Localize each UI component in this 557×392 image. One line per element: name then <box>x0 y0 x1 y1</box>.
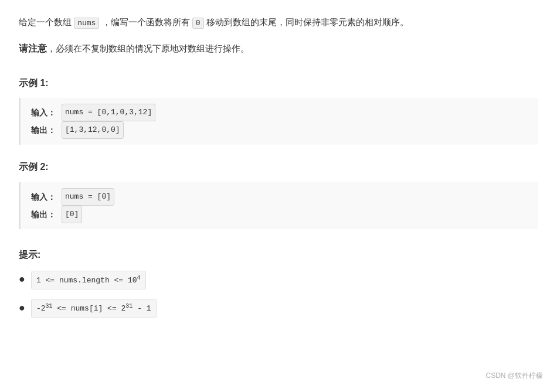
example2-input-code: nums = [0] <box>62 188 114 206</box>
intro-code-zero: 0 <box>192 18 204 29</box>
intro-text-before: 给定一个数组 <box>19 17 74 27</box>
note-paragraph: 请注意，必须在不复制数组的情况下原地对数组进行操作。 <box>19 40 538 57</box>
example2-input-row: 输入： nums = [0] <box>31 188 528 206</box>
note-rest-text: ，必须在不复制数组的情况下原地对数组进行操作。 <box>47 43 249 53</box>
example1-output-row: 输出： [1,3,12,0,0] <box>31 121 528 139</box>
intro-text-middle: ，编写一个函数将所有 <box>99 17 192 27</box>
example1-input-label: 输入： <box>31 104 58 121</box>
example2-input-label: 输入： <box>31 189 58 205</box>
hint-content-1: 1 <= nums.length <= 104 <box>31 271 146 289</box>
hint-item-2: ● -231 <= nums[i] <= 231 - 1 <box>19 299 538 318</box>
hint-item-1: ● 1 <= nums.length <= 104 <box>19 271 538 289</box>
example1-input-row: 输入： nums = [0,1,0,3,12] <box>31 104 528 121</box>
example1-input-code: nums = [0,1,0,3,12] <box>62 104 155 121</box>
example1-title: 示例 1: <box>19 75 538 91</box>
example1-output-label: 输出： <box>31 122 58 138</box>
intro-paragraph: 给定一个数组 nums ，编写一个函数将所有 0 移动到数组的末尾，同时保持非零… <box>19 14 538 30</box>
example2-title: 示例 2: <box>19 159 538 175</box>
example1-block: 输入： nums = [0,1,0,3,12] 输出： [1,3,12,0,0] <box>19 98 538 145</box>
csdn-watermark: CSDN @软件柠檬 <box>485 370 543 381</box>
note-bold-text: 请注意 <box>19 43 47 53</box>
hints-title: 提示: <box>19 247 538 263</box>
example1-section: 示例 1: 输入： nums = [0,1,0,3,12] 输出： [1,3,1… <box>19 75 538 145</box>
intro-code-nums: nums <box>74 18 99 29</box>
example2-output-label: 输出： <box>31 206 58 223</box>
hint-bullet-2: ● <box>19 302 25 313</box>
example1-output-code: [1,3,12,0,0] <box>62 121 124 139</box>
hint-content-2: -231 <= nums[i] <= 231 - 1 <box>31 299 157 318</box>
example2-output-code: [0] <box>62 206 82 223</box>
hints-section: 提示: ● 1 <= nums.length <= 104 ● -231 <= … <box>19 247 538 318</box>
intro-text-after: 移动到数组的末尾，同时保持非零元素的相对顺序。 <box>204 17 409 27</box>
example2-output-row: 输出： [0] <box>31 206 528 223</box>
example2-block: 输入： nums = [0] 输出： [0] <box>19 182 538 229</box>
hint-bullet-1: ● <box>19 274 25 284</box>
example2-section: 示例 2: 输入： nums = [0] 输出： [0] <box>19 159 538 229</box>
